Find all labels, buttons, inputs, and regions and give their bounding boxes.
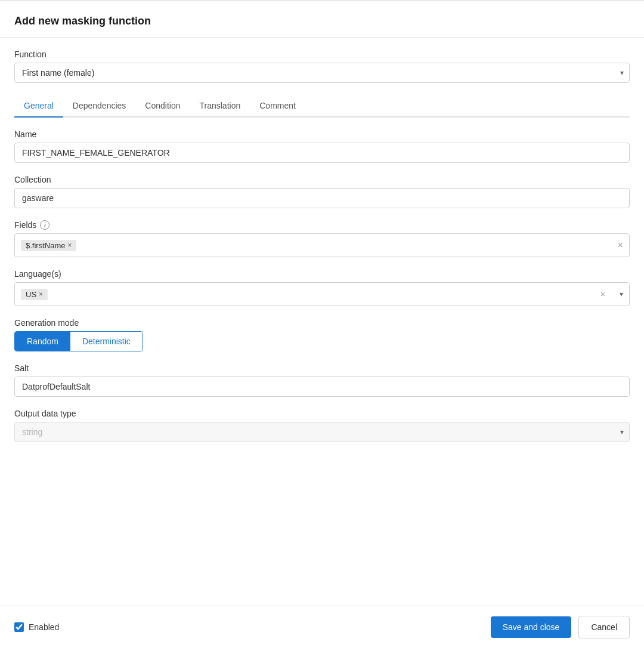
fields-tag-value: $.firstName [26,241,65,250]
function-group: Function First name (female) ▾ [14,50,630,83]
function-label: Function [14,50,630,59]
languages-label: Language(s) [14,269,630,279]
generation-mode-group: Generation mode Random Deterministic [14,318,630,351]
tab-condition[interactable]: Condition [135,95,190,118]
mode-random-button[interactable]: Random [15,332,70,351]
languages-tag-us: US × [21,289,48,300]
enabled-label[interactable]: Enabled [29,622,59,632]
fields-tag-close-icon[interactable]: × [67,242,72,249]
fields-info-icon[interactable]: i [40,220,49,230]
tab-general[interactable]: General [14,95,63,118]
collection-label: Collection [14,175,630,184]
languages-tag-close-icon[interactable]: × [39,291,43,298]
enabled-checkbox-wrapper: Enabled [14,622,59,632]
generation-mode-label: Generation mode [14,318,630,328]
footer-right: Save and close Cancel [491,616,630,638]
tab-comment[interactable]: Comment [250,95,305,118]
salt-input[interactable] [14,377,630,397]
output-data-type-label: Output data type [14,409,630,418]
tab-translation[interactable]: Translation [190,95,250,118]
salt-group: Salt [14,363,630,397]
cancel-button[interactable]: Cancel [578,616,630,638]
languages-group: Language(s) US × × ▾ [14,269,630,306]
add-masking-function-dialog: Add new masking function Function First … [0,0,644,648]
salt-label: Salt [14,363,630,373]
languages-clear-icon[interactable]: × [600,289,605,299]
output-data-type-group: Output data type string ▾ [14,409,630,442]
generation-mode-toggle: Random Deterministic [14,331,143,351]
fields-tag-firstname: $.firstName × [21,240,76,251]
languages-tag-value: US [26,290,36,299]
dialog-footer: Enabled Save and close Cancel [0,606,644,648]
fields-tags-input[interactable]: $.firstName × × [14,233,630,257]
enabled-checkbox[interactable] [14,622,24,632]
name-group: Name [14,129,630,163]
fields-label-row: Fields i [14,220,630,230]
dialog-body: Function First name (female) ▾ General D… [0,38,644,606]
collection-group: Collection [14,175,630,208]
function-select[interactable]: First name (female) [14,63,630,83]
name-label: Name [14,129,630,139]
name-input[interactable] [14,143,630,163]
languages-tags-input[interactable]: US × × ▾ [14,282,630,306]
output-data-type-select[interactable]: string [14,422,630,442]
fields-group: Fields i $.firstName × × [14,220,630,257]
function-select-wrapper: First name (female) ▾ [14,63,630,83]
output-data-type-select-wrapper: string ▾ [14,422,630,442]
tab-dependencies[interactable]: Dependencies [63,95,136,118]
languages-chevron-icon[interactable]: ▾ [620,290,623,298]
mode-deterministic-button[interactable]: Deterministic [70,332,143,351]
dialog-title: Add new masking function [14,15,630,27]
dialog-header: Add new masking function [0,1,644,38]
save-and-close-button[interactable]: Save and close [491,616,572,638]
footer-left: Enabled [14,622,59,632]
fields-clear-icon[interactable]: × [618,240,623,251]
tabs-container: General Dependencies Condition Translati… [14,95,630,118]
collection-input[interactable] [14,188,630,208]
fields-label: Fields [14,220,36,230]
